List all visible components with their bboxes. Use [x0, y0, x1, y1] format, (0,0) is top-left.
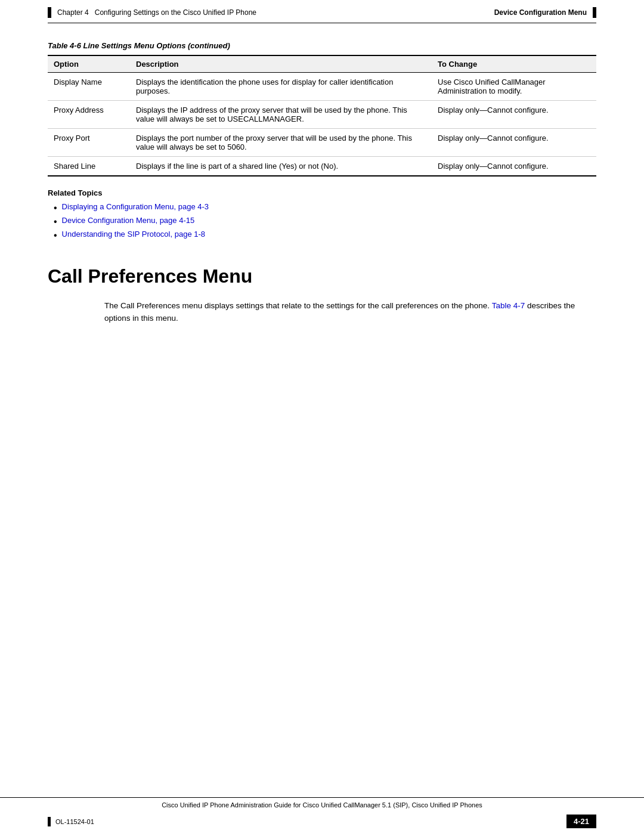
table-header-row: Option Description To Change — [48, 55, 596, 73]
cell-tochange: Display only—Cannot configure. — [432, 101, 596, 129]
cell-option: Proxy Address — [48, 101, 130, 129]
table-row: Shared LineDisplays if the line is part … — [48, 157, 596, 176]
header-bar: Chapter 4 Configuring Settings on the Ci… — [0, 0, 644, 23]
list-item: •Device Configuration Menu, page 4-15 — [54, 216, 596, 227]
related-topics-title: Related Topics — [48, 188, 596, 197]
footer-doc-number: OL-11524-01 — [55, 818, 94, 825]
table-row: Display NameDisplays the identification … — [48, 73, 596, 101]
table-body: Display NameDisplays the identification … — [48, 73, 596, 176]
chapter-title: Configuring Settings on the Cisco Unifie… — [95, 8, 256, 17]
footer: Cisco Unified IP Phone Administration Gu… — [0, 797, 644, 833]
cell-tochange: Display only—Cannot configure. — [432, 129, 596, 157]
header-right: Device Configuration Menu — [494, 7, 596, 18]
related-topic-link[interactable]: Device Configuration Menu, page 4-15 — [62, 216, 195, 225]
col-header-tochange: To Change — [432, 55, 596, 73]
footer-left: OL-11524-01 — [48, 817, 94, 826]
table-caption: Table 4-6 Line Settings Menu Options (co… — [48, 41, 596, 50]
cell-description: Displays if the line is part of a shared… — [130, 157, 432, 176]
cell-description: Displays the identification the phone us… — [130, 73, 432, 101]
footer-bottom: OL-11524-01 4-21 — [0, 812, 644, 833]
footer-bar — [48, 817, 51, 826]
page-container: Chapter 4 Configuring Settings on the Ci… — [0, 0, 644, 833]
bullet-icon: • — [54, 230, 57, 241]
list-item: •Displaying a Configuration Menu, page 4… — [54, 202, 596, 213]
related-topic-link[interactable]: Understanding the SIP Protocol, page 1-8 — [62, 230, 205, 239]
chapter-label: Chapter 4 — [57, 8, 89, 17]
bullet-icon: • — [54, 202, 57, 213]
cell-description: Displays the port number of the proxy se… — [130, 129, 432, 157]
cell-option: Proxy Port — [48, 129, 130, 157]
table-row: Proxy AddressDisplays the IP address of … — [48, 101, 596, 129]
related-topics-list: •Displaying a Configuration Menu, page 4… — [48, 202, 596, 241]
col-header-description: Description — [130, 55, 432, 73]
table-section: Table 4-6 Line Settings Menu Options (co… — [48, 41, 596, 176]
related-topic-link[interactable]: Displaying a Configuration Menu, page 4-… — [62, 202, 209, 211]
table-row: Proxy PortDisplays the port number of th… — [48, 129, 596, 157]
related-topics-section: Related Topics •Displaying a Configurati… — [48, 188, 596, 241]
cell-description: Displays the IP address of the proxy ser… — [130, 101, 432, 129]
header-divider — [48, 23, 596, 23]
bullet-icon: • — [54, 216, 57, 227]
cell-tochange: Display only—Cannot configure. — [432, 157, 596, 176]
col-header-option: Option — [48, 55, 130, 73]
header-left: Chapter 4 Configuring Settings on the Ci… — [48, 7, 256, 18]
table-4-7-link[interactable]: Table 4-7 — [492, 301, 525, 310]
options-table: Option Description To Change Display Nam… — [48, 55, 596, 176]
right-title: Device Configuration Menu — [494, 8, 587, 17]
header-right-bar — [593, 7, 596, 18]
section-body-text: The Call Preferences menu displays setti… — [104, 301, 490, 310]
header-left-bar — [48, 7, 51, 18]
footer-page-number: 4-21 — [566, 815, 596, 828]
cell-option: Shared Line — [48, 157, 130, 176]
list-item: •Understanding the SIP Protocol, page 1-… — [54, 230, 596, 241]
cell-option: Display Name — [48, 73, 130, 101]
cell-tochange: Use Cisco Unified CallManager Administra… — [432, 73, 596, 101]
section-body: The Call Preferences menu displays setti… — [104, 299, 596, 325]
section-heading: Call Preferences Menu — [48, 265, 596, 287]
footer-top-text: Cisco Unified IP Phone Administration Gu… — [0, 798, 644, 812]
